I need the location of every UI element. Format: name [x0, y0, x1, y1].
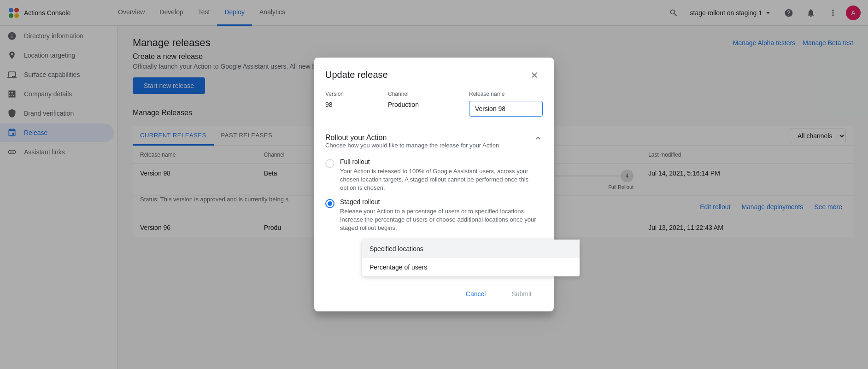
full-rollout-radio[interactable] [325, 159, 334, 168]
dropdown-item-specified-locations[interactable]: Specified locations [362, 240, 580, 258]
dialog-close-button[interactable] [526, 67, 543, 83]
rollout-radio-group: Full rollout Your Action is released to … [325, 158, 543, 232]
version-col: Version 98 [325, 91, 381, 117]
release-name-input[interactable] [469, 101, 543, 117]
dialog-title: Update release [325, 70, 388, 80]
dialog-actions: Cancel Submit [314, 280, 554, 311]
rollout-header: Rollout your Action Choose how you would… [325, 134, 543, 156]
staged-rollout-radio[interactable] [325, 199, 334, 208]
full-rollout-content: Full rollout Your Action is released to … [340, 158, 543, 193]
rollout-collapse-button[interactable] [534, 134, 543, 144]
full-rollout-option[interactable]: Full rollout Your Action is released to … [325, 158, 543, 193]
full-rollout-label: Full rollout [340, 158, 543, 165]
staged-rollout-option[interactable]: Staged rollout Release your Action to a … [325, 198, 543, 233]
rollout-title: Rollout your Action [325, 134, 499, 142]
channel-value: Production [388, 101, 462, 108]
dialog-header: Update release [314, 58, 554, 91]
version-value: 98 [325, 101, 381, 108]
full-rollout-desc: Your Action is released to 100% of Googl… [340, 167, 543, 193]
channel-label: Channel [388, 91, 462, 97]
dialog-overlay: Update release Version 98 Channel Produc… [0, 0, 868, 369]
staged-rollout-dropdown: Specified locations Percentage of users [362, 240, 580, 276]
channel-col: Channel Production [388, 91, 462, 117]
version-row: Version 98 Channel Production Release na… [325, 91, 543, 117]
staged-rollout-label: Staged rollout [340, 198, 543, 205]
dropdown-item-percentage-users[interactable]: Percentage of users [362, 258, 580, 276]
release-name-col: Release name [469, 91, 543, 117]
submit-button[interactable]: Submit [500, 286, 543, 302]
rollout-header-left: Rollout your Action Choose how you would… [325, 134, 499, 156]
cancel-button[interactable]: Cancel [455, 286, 497, 302]
staged-rollout-desc: Release your Action to a percentage of u… [340, 207, 543, 233]
chevron-up-icon [534, 134, 543, 143]
dialog-body: Version 98 Channel Production Release na… [314, 91, 554, 280]
release-name-label: Release name [469, 91, 543, 97]
update-release-dialog: Update release Version 98 Channel Produc… [314, 58, 554, 311]
rollout-section: Rollout your Action Choose how you would… [325, 126, 543, 276]
rollout-desc: Choose how you would like to manage the … [325, 142, 499, 149]
close-icon [530, 70, 539, 80]
staged-rollout-content: Staged rollout Release your Action to a … [340, 198, 543, 233]
version-label: Version [325, 91, 381, 97]
